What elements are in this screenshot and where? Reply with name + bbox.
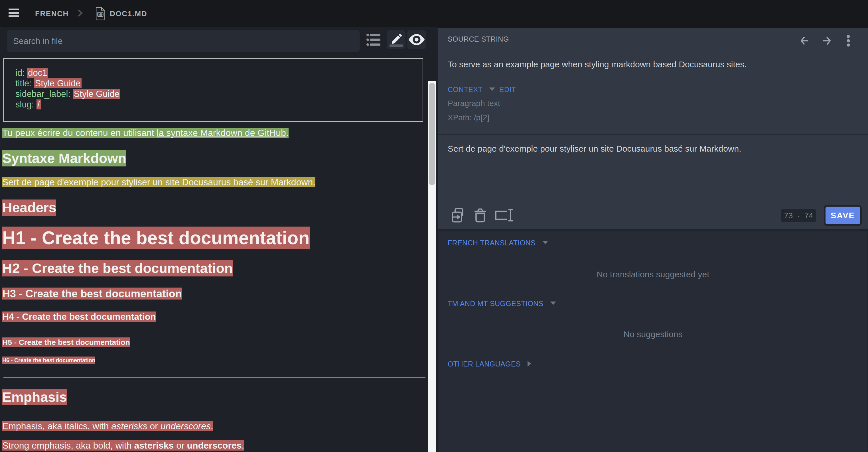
svg-text:M: M: [98, 13, 101, 16]
